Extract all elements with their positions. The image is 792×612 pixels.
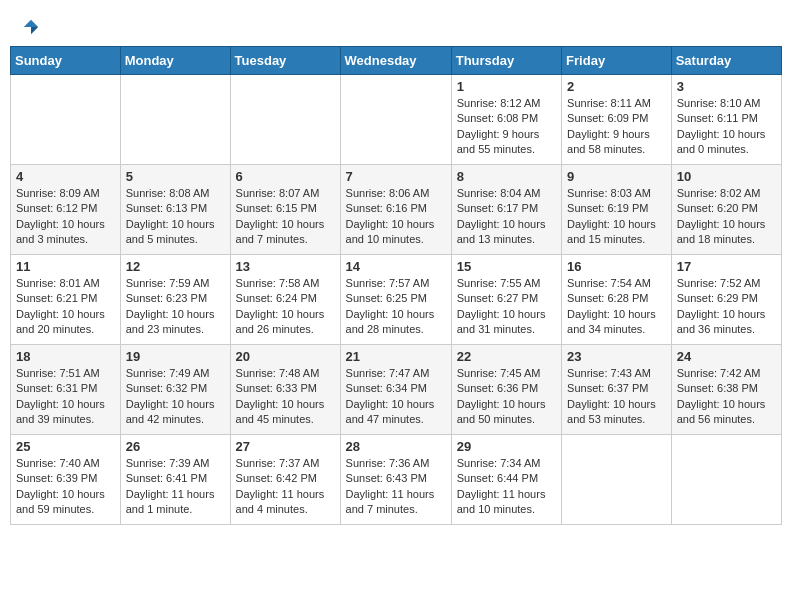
calendar-cell: 23Sunrise: 7:43 AMSunset: 6:37 PMDayligh… [562, 345, 672, 435]
day-number: 27 [236, 439, 335, 454]
day-info-line: Daylight: 10 hours and 45 minutes. [236, 397, 335, 428]
day-info-line: Daylight: 10 hours and 53 minutes. [567, 397, 666, 428]
day-info-line: Daylight: 10 hours and 31 minutes. [457, 307, 556, 338]
day-info-line: Sunset: 6:12 PM [16, 201, 115, 216]
day-number: 15 [457, 259, 556, 274]
day-info-line: Daylight: 10 hours and 0 minutes. [677, 127, 776, 158]
day-info-line: Sunset: 6:17 PM [457, 201, 556, 216]
day-info-line: Sunset: 6:13 PM [126, 201, 225, 216]
day-info-line: Daylight: 10 hours and 50 minutes. [457, 397, 556, 428]
day-info-line: Sunset: 6:28 PM [567, 291, 666, 306]
day-info-line: Daylight: 10 hours and 56 minutes. [677, 397, 776, 428]
calendar-cell: 4Sunrise: 8:09 AMSunset: 6:12 PMDaylight… [11, 165, 121, 255]
calendar-cell: 24Sunrise: 7:42 AMSunset: 6:38 PMDayligh… [671, 345, 781, 435]
day-number: 13 [236, 259, 335, 274]
day-info-line: Sunset: 6:08 PM [457, 111, 556, 126]
calendar-cell: 6Sunrise: 8:07 AMSunset: 6:15 PMDaylight… [230, 165, 340, 255]
day-info-line: Sunrise: 7:57 AM [346, 276, 446, 291]
day-info-line: Sunset: 6:36 PM [457, 381, 556, 396]
day-number: 14 [346, 259, 446, 274]
day-info-line: Sunset: 6:34 PM [346, 381, 446, 396]
day-info-line: Sunset: 6:25 PM [346, 291, 446, 306]
weekday-header: Friday [562, 47, 672, 75]
day-number: 28 [346, 439, 446, 454]
calendar-week-row: 18Sunrise: 7:51 AMSunset: 6:31 PMDayligh… [11, 345, 782, 435]
day-info-line: Sunrise: 7:37 AM [236, 456, 335, 471]
day-info-line: Daylight: 10 hours and 39 minutes. [16, 397, 115, 428]
day-info-line: Sunrise: 8:06 AM [346, 186, 446, 201]
calendar-week-row: 11Sunrise: 8:01 AMSunset: 6:21 PMDayligh… [11, 255, 782, 345]
calendar-cell: 14Sunrise: 7:57 AMSunset: 6:25 PMDayligh… [340, 255, 451, 345]
day-info-line: Sunrise: 7:34 AM [457, 456, 556, 471]
calendar-cell [120, 75, 230, 165]
day-number: 18 [16, 349, 115, 364]
day-number: 19 [126, 349, 225, 364]
day-info-line: Sunrise: 7:39 AM [126, 456, 225, 471]
day-info-line: Daylight: 10 hours and 13 minutes. [457, 217, 556, 248]
day-info-line: Sunrise: 8:10 AM [677, 96, 776, 111]
day-number: 21 [346, 349, 446, 364]
calendar-cell: 16Sunrise: 7:54 AMSunset: 6:28 PMDayligh… [562, 255, 672, 345]
weekday-header: Sunday [11, 47, 121, 75]
day-info-line: Daylight: 10 hours and 10 minutes. [346, 217, 446, 248]
day-info-line: Daylight: 10 hours and 59 minutes. [16, 487, 115, 518]
day-number: 16 [567, 259, 666, 274]
day-number: 4 [16, 169, 115, 184]
day-info-line: Sunrise: 7:40 AM [16, 456, 115, 471]
calendar-cell: 7Sunrise: 8:06 AMSunset: 6:16 PMDaylight… [340, 165, 451, 255]
day-info-line: Sunset: 6:44 PM [457, 471, 556, 486]
day-number: 11 [16, 259, 115, 274]
day-info-line: Sunrise: 8:01 AM [16, 276, 115, 291]
day-number: 17 [677, 259, 776, 274]
calendar-cell [11, 75, 121, 165]
day-info-line: Sunset: 6:38 PM [677, 381, 776, 396]
day-info-line: Sunset: 6:23 PM [126, 291, 225, 306]
day-info-line: Sunset: 6:31 PM [16, 381, 115, 396]
day-info-line: Sunrise: 8:07 AM [236, 186, 335, 201]
calendar-cell [340, 75, 451, 165]
day-info-line: Daylight: 10 hours and 26 minutes. [236, 307, 335, 338]
weekday-header: Thursday [451, 47, 561, 75]
svg-marker-1 [31, 27, 38, 34]
calendar-cell: 11Sunrise: 8:01 AMSunset: 6:21 PMDayligh… [11, 255, 121, 345]
calendar-cell: 5Sunrise: 8:08 AMSunset: 6:13 PMDaylight… [120, 165, 230, 255]
day-info-line: Sunrise: 8:03 AM [567, 186, 666, 201]
calendar-cell: 3Sunrise: 8:10 AMSunset: 6:11 PMDaylight… [671, 75, 781, 165]
day-number: 5 [126, 169, 225, 184]
weekday-header: Saturday [671, 47, 781, 75]
calendar-cell [230, 75, 340, 165]
day-info-line: Sunset: 6:09 PM [567, 111, 666, 126]
calendar-cell: 8Sunrise: 8:04 AMSunset: 6:17 PMDaylight… [451, 165, 561, 255]
calendar-cell: 27Sunrise: 7:37 AMSunset: 6:42 PMDayligh… [230, 435, 340, 525]
day-info-line: Sunset: 6:39 PM [16, 471, 115, 486]
calendar-cell: 22Sunrise: 7:45 AMSunset: 6:36 PMDayligh… [451, 345, 561, 435]
day-info-line: Sunset: 6:33 PM [236, 381, 335, 396]
day-info-line: Sunrise: 7:51 AM [16, 366, 115, 381]
day-number: 9 [567, 169, 666, 184]
day-info-line: Daylight: 10 hours and 28 minutes. [346, 307, 446, 338]
day-info-line: Daylight: 10 hours and 47 minutes. [346, 397, 446, 428]
day-info-line: Sunrise: 7:36 AM [346, 456, 446, 471]
calendar-cell: 12Sunrise: 7:59 AMSunset: 6:23 PMDayligh… [120, 255, 230, 345]
day-info-line: Sunrise: 7:42 AM [677, 366, 776, 381]
day-info-line: Sunset: 6:37 PM [567, 381, 666, 396]
calendar-cell: 28Sunrise: 7:36 AMSunset: 6:43 PMDayligh… [340, 435, 451, 525]
day-info-line: Sunrise: 7:47 AM [346, 366, 446, 381]
day-info-line: Sunset: 6:27 PM [457, 291, 556, 306]
calendar-cell: 2Sunrise: 8:11 AMSunset: 6:09 PMDaylight… [562, 75, 672, 165]
weekday-header: Monday [120, 47, 230, 75]
day-number: 2 [567, 79, 666, 94]
day-number: 8 [457, 169, 556, 184]
calendar-cell: 15Sunrise: 7:55 AMSunset: 6:27 PMDayligh… [451, 255, 561, 345]
calendar-table: SundayMondayTuesdayWednesdayThursdayFrid… [10, 46, 782, 525]
day-info-line: Daylight: 10 hours and 5 minutes. [126, 217, 225, 248]
day-info-line: Sunset: 6:11 PM [677, 111, 776, 126]
calendar-week-row: 25Sunrise: 7:40 AMSunset: 6:39 PMDayligh… [11, 435, 782, 525]
day-info-line: Sunset: 6:16 PM [346, 201, 446, 216]
day-info-line: Daylight: 11 hours and 7 minutes. [346, 487, 446, 518]
day-info-line: Daylight: 10 hours and 20 minutes. [16, 307, 115, 338]
day-number: 6 [236, 169, 335, 184]
day-info-line: Sunset: 6:21 PM [16, 291, 115, 306]
day-info-line: Sunset: 6:43 PM [346, 471, 446, 486]
day-info-line: Daylight: 10 hours and 23 minutes. [126, 307, 225, 338]
